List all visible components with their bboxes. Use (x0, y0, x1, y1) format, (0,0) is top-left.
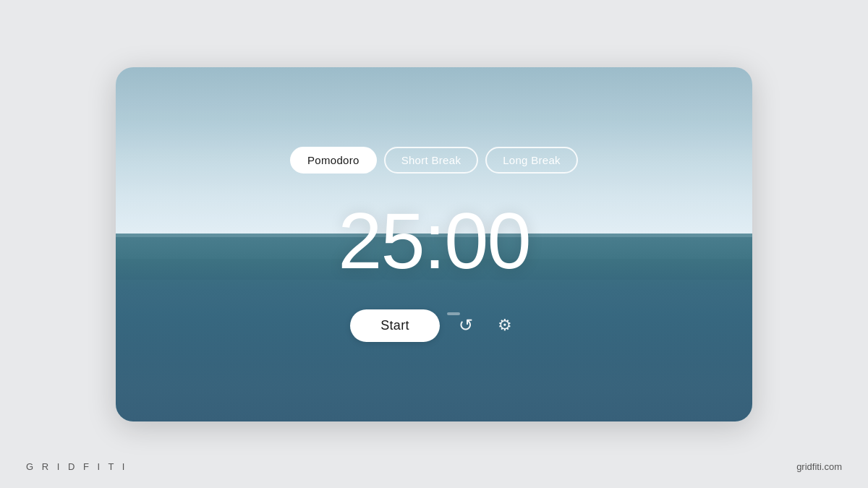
tab-pomodoro[interactable]: Pomodoro (290, 147, 377, 174)
controls-row: Start ↺ ⚙ (350, 309, 518, 342)
settings-icon: ⚙ (498, 316, 512, 335)
tab-short-break[interactable]: Short Break (384, 147, 479, 174)
settings-button[interactable]: ⚙ (492, 312, 518, 338)
tab-group: Pomodoro Short Break Long Break (290, 147, 578, 174)
tab-long-break[interactable]: Long Break (485, 147, 578, 174)
branding-left: G R I D F I T I (26, 461, 127, 472)
start-button[interactable]: Start (350, 309, 440, 342)
card-content: Pomodoro Short Break Long Break 25:00 St… (116, 67, 752, 421)
branding-right: gridfiti.com (796, 461, 842, 472)
reset-icon: ↺ (459, 315, 473, 335)
timer-display: 25:00 (338, 201, 529, 281)
reset-button[interactable]: ↺ (453, 312, 479, 338)
timer-card: Pomodoro Short Break Long Break 25:00 St… (116, 67, 752, 421)
